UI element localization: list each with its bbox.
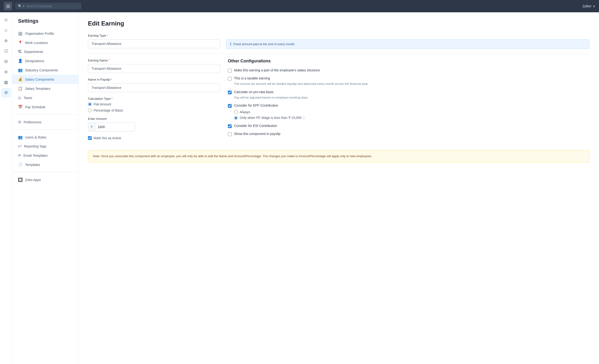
sidebar-item-zoho-apps[interactable]: 🔲 Zoho Apps xyxy=(12,175,78,184)
name-in-payslip-input[interactable] xyxy=(88,83,220,92)
calculation-type-radio-group: Flat Amount Percentage of Basic xyxy=(88,102,220,112)
sidebar-label-pay-schedule: Pay Schedule xyxy=(25,105,45,109)
sidebar-item-email-templates[interactable]: ✉ Email Templates xyxy=(12,151,78,160)
sidebar-icon-dashboard[interactable]: ⊙ xyxy=(1,15,11,25)
earning-type-section: Earning Type * ℹ Fixed amount paid at th… xyxy=(88,34,590,49)
sidebar-label-taxes: Taxes xyxy=(24,96,32,100)
preferences-icon: ⚙ xyxy=(18,120,21,124)
sidebar-icon-tasks[interactable]: ☑ xyxy=(1,46,11,56)
work-locations-icon: 📍 xyxy=(18,40,23,45)
epf-radio-pf-wage[interactable]: Only when PF Wage is less than ₹ 15,000 … xyxy=(234,116,590,120)
sidebar-label-templates: Templates xyxy=(25,163,40,167)
epf-label: Consider for EPF Contribution xyxy=(234,104,278,107)
salary-templates-icon: 📋 xyxy=(18,86,23,91)
sidebar-icon-grid[interactable]: ⊞ xyxy=(1,57,11,66)
earning-name-input[interactable] xyxy=(88,64,220,73)
org-name-display[interactable]: Zylker ∨ xyxy=(582,4,595,8)
flat-amount-radio[interactable] xyxy=(88,102,92,106)
info-circle-icon: ℹ xyxy=(230,42,231,46)
show-payslip-checkbox[interactable] xyxy=(228,132,232,136)
salary-structure-checkbox[interactable] xyxy=(228,69,232,72)
amount-input[interactable] xyxy=(95,123,135,131)
nav-divider-2 xyxy=(12,130,78,130)
departments-icon: 🏗 xyxy=(18,50,22,54)
config-item-prorata: Calculate on pro-rata basis Pay will be … xyxy=(228,90,590,100)
other-configurations-panel: Other Configurations Make this earning a… xyxy=(228,59,590,145)
radio-flat-amount[interactable]: Flat Amount xyxy=(88,102,220,106)
required-star-2: * xyxy=(108,59,109,62)
sidebar-icon-settings[interactable]: ⚙ xyxy=(1,88,11,97)
reporting-tags-icon: 🏷 xyxy=(18,144,22,148)
epf-checkbox[interactable] xyxy=(228,104,232,108)
sidebar-icon-dollar[interactable]: ⊗ xyxy=(1,67,11,77)
sidebar-item-salary-components[interactable]: 💰 Salary Components xyxy=(12,75,78,84)
epf-pf-wage-info-icon: ⓘ xyxy=(302,116,305,120)
mark-active-label: Mark this as Active xyxy=(94,136,121,140)
sidebar-label-zoho-apps: Zoho Apps xyxy=(25,178,41,182)
pay-schedule-icon: 📅 xyxy=(18,105,23,109)
amount-input-wrap: ₹ ▲ ▼ xyxy=(88,123,135,131)
sidebar-label-reporting-tags: Reporting Tags xyxy=(24,144,46,148)
epf-radio-always[interactable]: Always xyxy=(234,110,590,114)
salary-structure-label: Make this earning a part of the employee… xyxy=(234,68,320,72)
mark-active-checkbox-row[interactable]: Mark this as Active xyxy=(88,136,220,140)
esi-label: Consider for ESI Contribution xyxy=(234,124,277,128)
epf-sub-options: Always Only when PF Wage is less than ₹ … xyxy=(234,110,590,120)
earning-type-input-wrap xyxy=(88,39,220,48)
mark-active-checkbox[interactable] xyxy=(88,136,92,140)
epf-always-radio[interactable] xyxy=(234,110,238,114)
top-navigation: ⊞ 🔍 ▾ Zylker ∨ xyxy=(0,0,599,12)
calculation-type-section: Calculation Type * Flat Amount Percentag… xyxy=(88,97,220,112)
prorata-desc: Pay will be adjusted based on employee w… xyxy=(234,95,590,100)
sidebar-item-departments[interactable]: 🏗 Departments xyxy=(12,47,78,56)
two-col-layout: Earning Name * Name in Payslip * xyxy=(88,59,590,145)
taxable-desc: The income tax amount will be divided eq… xyxy=(234,81,590,86)
sidebar-item-organisation-profile[interactable]: 🏢 Organisation Profile xyxy=(12,29,78,38)
sidebar-item-users-roles[interactable]: 👥 Users & Roles xyxy=(12,133,78,142)
sidebar-icon-add[interactable]: ⊕ xyxy=(1,36,11,45)
taxable-label: This is a taxable earning xyxy=(234,76,270,80)
sidebar-label-departments: Departments xyxy=(24,50,43,54)
app-logo: ⊞ xyxy=(4,2,12,10)
config-item-esi: Consider for ESI Contribution xyxy=(228,124,590,128)
search-icon: 🔍 ▾ xyxy=(18,4,24,8)
sidebar-item-designations[interactable]: 👤 Designations xyxy=(12,56,78,65)
nav-divider-3 xyxy=(12,172,78,172)
percentage-basic-radio[interactable] xyxy=(88,108,92,112)
org-name: Zylker xyxy=(582,4,591,8)
currency-prefix: ₹ xyxy=(88,123,95,131)
config-item-show-payslip: Show this component in payslip xyxy=(228,132,590,136)
sidebar-item-taxes[interactable]: ◎ Taxes xyxy=(12,93,78,102)
sidebar-icon-chart[interactable]: ▦ xyxy=(1,78,11,87)
sidebar-icon-people[interactable]: ☺ xyxy=(1,26,11,35)
sidebar-item-pay-schedule[interactable]: 📅 Pay Schedule xyxy=(12,102,78,112)
sidebar-item-templates[interactable]: 📄 Templates xyxy=(12,160,78,169)
sidebar-item-reporting-tags[interactable]: 🏷 Reporting Tags xyxy=(12,142,78,151)
search-input[interactable] xyxy=(26,4,73,8)
show-payslip-label: Show this component in payslip xyxy=(234,132,280,136)
note-box: Note: Once you associate this component … xyxy=(88,150,590,162)
search-bar[interactable]: 🔍 ▾ xyxy=(15,3,81,9)
earning-type-info-box: ℹ Fixed amount paid at the end of every … xyxy=(226,39,590,49)
section-divider xyxy=(88,54,590,54)
sidebar-label-email-templates: Email Templates xyxy=(23,154,47,157)
taxable-checkbox[interactable] xyxy=(228,77,232,80)
config-item-epf: Consider for EPF Contribution Always Onl… xyxy=(228,104,590,120)
epf-pf-wage-label: Only when PF Wage is less than ₹ 15,000 … xyxy=(240,116,305,120)
earning-type-input[interactable] xyxy=(88,39,220,48)
calculation-type-label: Calculation Type * xyxy=(88,97,220,100)
salary-components-icon: 💰 xyxy=(18,77,23,81)
prorata-checkbox[interactable] xyxy=(228,90,232,94)
radio-percentage-basic[interactable]: Percentage of Basic xyxy=(88,108,220,112)
sidebar-label-users-roles: Users & Roles xyxy=(25,135,46,139)
zoho-apps-icon: 🔲 xyxy=(18,178,23,182)
sidebar-item-salary-templates[interactable]: 📋 Salary Templates xyxy=(12,84,78,93)
sidebar-item-preferences[interactable]: ⚙ Preferences xyxy=(12,117,78,127)
esi-checkbox[interactable] xyxy=(228,124,232,128)
sidebar-label-organisation-profile: Organisation Profile xyxy=(25,32,54,36)
sidebar-item-work-locations[interactable]: 📍 Work Locations xyxy=(12,38,78,47)
search-dropdown-arrow[interactable]: ▾ xyxy=(23,4,24,8)
sidebar-label-statutory-components: Statutory Components xyxy=(25,68,58,72)
sidebar-item-statutory-components[interactable]: 👥 Statutory Components xyxy=(12,65,78,75)
epf-pf-wage-radio[interactable] xyxy=(234,116,238,120)
